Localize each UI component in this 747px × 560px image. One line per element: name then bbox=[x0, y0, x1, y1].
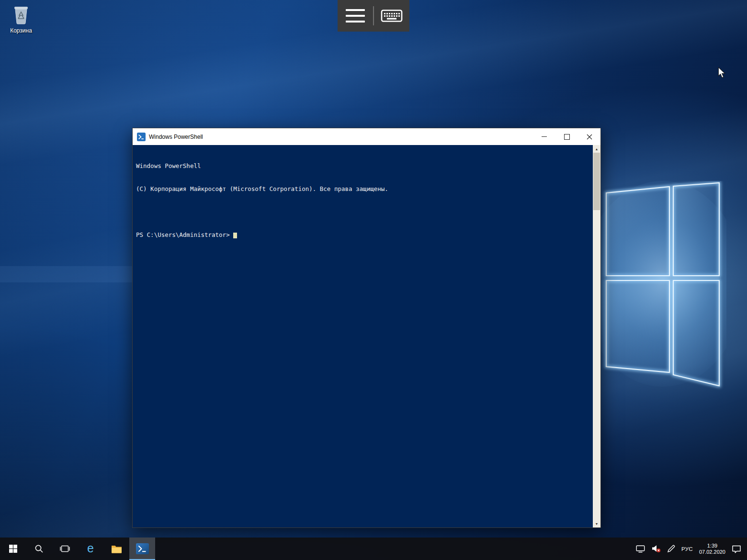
close-button[interactable] bbox=[578, 128, 600, 145]
powershell-window: Windows PowerShell Windows PowerShell (C… bbox=[132, 128, 601, 528]
search-icon bbox=[34, 544, 44, 553]
recycle-bin-label: Корзина bbox=[6, 27, 36, 34]
vm-keyboard-button[interactable] bbox=[374, 0, 409, 32]
internet-explorer-icon: e bbox=[87, 542, 94, 554]
system-tray: РУС 1:39 07.02.2020 bbox=[636, 538, 747, 560]
console-line: (C) Корпорация Майкрософт (Microsoft Cor… bbox=[136, 185, 593, 193]
pen-tray-button[interactable] bbox=[667, 545, 675, 553]
console-output[interactable]: Windows PowerShell (C) Корпорация Майкро… bbox=[133, 145, 593, 527]
language-indicator[interactable]: РУС bbox=[681, 546, 693, 552]
volume-muted-icon bbox=[651, 545, 661, 553]
close-icon bbox=[587, 134, 592, 140]
wall-highlight bbox=[0, 266, 132, 282]
start-button[interactable] bbox=[0, 538, 26, 560]
windows-logo bbox=[600, 181, 726, 396]
network-icon bbox=[636, 545, 645, 553]
powershell-window-icon[interactable] bbox=[137, 133, 146, 141]
vm-console-toolbar bbox=[338, 0, 409, 32]
powershell-taskbar-button[interactable] bbox=[129, 538, 155, 560]
network-tray-button[interactable] bbox=[636, 545, 645, 553]
clock[interactable]: 1:39 07.02.2020 bbox=[699, 543, 725, 555]
scrollbar[interactable]: ▲ ▼ bbox=[593, 145, 600, 527]
console-prompt: PS C:\Users\Administrator> bbox=[136, 231, 230, 239]
powershell-taskbar-icon bbox=[136, 543, 149, 554]
recycle-bin-glyph bbox=[11, 4, 31, 25]
minimize-button[interactable] bbox=[533, 128, 555, 145]
window-titlebar[interactable]: Windows PowerShell bbox=[133, 128, 600, 145]
file-explorer-icon bbox=[111, 544, 122, 553]
volume-tray-button[interactable] bbox=[651, 545, 661, 553]
console-prompt-row: PS C:\Users\Administrator> bbox=[136, 231, 593, 239]
clock-time: 1:39 bbox=[699, 543, 725, 549]
pen-icon bbox=[667, 545, 675, 553]
window-title: Windows PowerShell bbox=[149, 134, 203, 140]
console-line: Windows PowerShell bbox=[136, 162, 593, 170]
clock-date: 07.02.2020 bbox=[699, 549, 725, 555]
maximize-icon bbox=[564, 134, 570, 140]
windows-start-icon bbox=[9, 545, 17, 553]
task-view-icon bbox=[60, 545, 70, 553]
window-controls bbox=[533, 128, 600, 145]
internet-explorer-button[interactable]: e bbox=[78, 538, 103, 560]
vm-menu-button[interactable] bbox=[338, 0, 373, 32]
minimize-icon bbox=[542, 136, 547, 137]
taskbar: e bbox=[0, 538, 747, 560]
action-center-button[interactable] bbox=[732, 545, 741, 553]
maximize-button[interactable] bbox=[555, 128, 578, 145]
file-explorer-button[interactable] bbox=[103, 538, 129, 560]
text-cursor bbox=[233, 233, 237, 238]
console-blank-line bbox=[136, 208, 593, 216]
scrollbar-track[interactable] bbox=[593, 153, 600, 520]
scrollbar-thumb[interactable] bbox=[593, 153, 600, 210]
scroll-up-arrow[interactable]: ▲ bbox=[593, 145, 600, 153]
hamburger-icon bbox=[346, 9, 365, 22]
task-view-button[interactable] bbox=[52, 538, 78, 560]
search-button[interactable] bbox=[26, 538, 52, 560]
scroll-down-arrow[interactable]: ▼ bbox=[593, 520, 600, 527]
recycle-bin-icon[interactable]: Корзина bbox=[6, 4, 36, 34]
action-center-icon bbox=[732, 545, 741, 553]
keyboard-icon bbox=[381, 8, 403, 23]
